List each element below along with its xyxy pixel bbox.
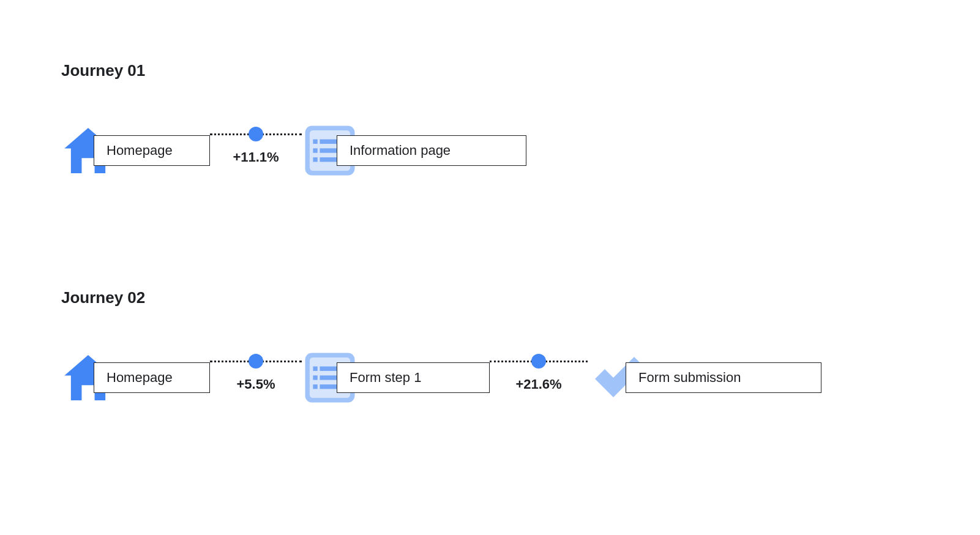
transition-connector: +11.1% (210, 132, 302, 169)
svg-rect-4 (313, 148, 317, 152)
svg-rect-14 (313, 384, 317, 389)
journey-01: Journey 01 Homepage +11.1% (61, 61, 980, 184)
step-label-information-page: Information page (337, 135, 526, 166)
connector-dot (249, 127, 263, 141)
svg-rect-2 (313, 140, 317, 144)
svg-rect-12 (313, 375, 317, 380)
step-label-form-step-1: Form step 1 (337, 362, 490, 393)
step-label-form-submission: Form submission (626, 362, 821, 393)
step-label-text: Form step 1 (350, 370, 421, 386)
journey-02: Journey 02 Homepage +5.5% (61, 288, 980, 411)
step-label-homepage: Homepage (94, 135, 210, 166)
journey-title: Journey 02 (61, 288, 980, 307)
svg-rect-10 (313, 367, 317, 371)
journey-title: Journey 01 (61, 61, 980, 80)
transition-percentage: +21.6% (515, 376, 561, 392)
transition-percentage: +11.1% (233, 149, 279, 165)
step-label-text: Homepage (107, 370, 173, 386)
step-label-homepage: Homepage (94, 362, 210, 393)
connector-dot (249, 354, 263, 369)
journey-flow: Homepage +5.5% Form step 1 (61, 344, 980, 411)
step-label-text: Information page (350, 143, 451, 159)
step-label-text: Homepage (107, 143, 173, 159)
transition-connector: +5.5% (210, 359, 302, 396)
svg-rect-6 (313, 157, 317, 162)
transition-connector: +21.6% (490, 359, 588, 396)
step-label-text: Form submission (638, 370, 741, 386)
connector-dot (531, 354, 546, 369)
journey-flow: Homepage +11.1% Information page (61, 117, 980, 184)
transition-percentage: +5.5% (237, 376, 275, 392)
